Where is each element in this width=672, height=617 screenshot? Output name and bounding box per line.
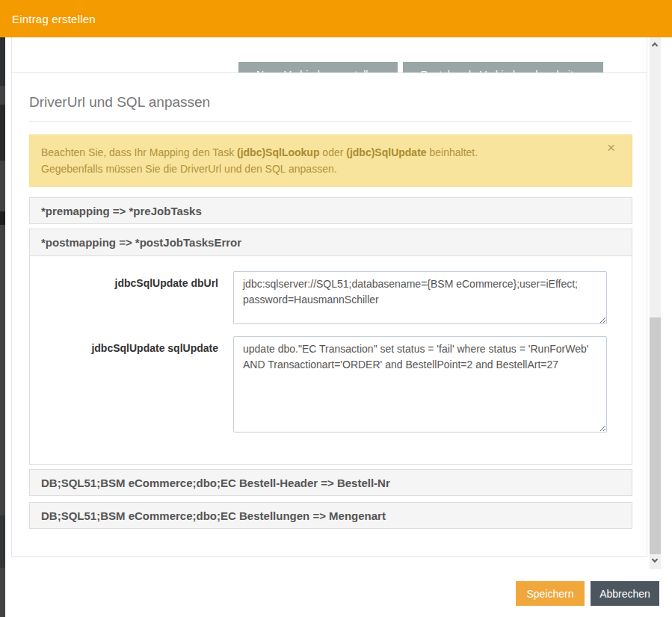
dburl-label: jdbcSqlUpdate dbUrl <box>30 271 233 324</box>
cancel-button[interactable]: Abbrechen <box>591 581 659 606</box>
background-segment <box>0 515 5 568</box>
page-background-strip <box>0 0 5 617</box>
modal-header: Eintrag erstellen <box>0 0 672 37</box>
accordion-postmapping-panel: *postmapping => *postJobTasksError jdbcS… <box>29 229 632 465</box>
section-divider <box>29 121 632 122</box>
alert-line-2: Gegebenfalls müssen Sie die DriverUrl un… <box>41 161 602 177</box>
background-segment <box>0 105 5 161</box>
modal-dialog: Eintrag erstellen Neue Verbindung erstel… <box>0 0 672 617</box>
sqlupdate-label: jdbcSqlUpdate sqlUpdate <box>30 336 233 432</box>
save-button[interactable]: Speichern <box>516 581 585 606</box>
alert-text: oder <box>319 146 346 158</box>
sqlupdate-textarea[interactable]: update dbo."EC Transaction" set status =… <box>233 336 607 432</box>
chevron-up-icon <box>652 43 658 49</box>
accordion-premapping[interactable]: *premapping => *preJobTasks <box>29 197 632 224</box>
warning-alert: × Beachten Sie, dass Ihr Mapping den Tas… <box>29 134 632 187</box>
section-content: DriverUrl und SQL anpassen × Beachten Si… <box>29 73 632 529</box>
background-segment <box>0 211 5 225</box>
alert-task-name: (jdbc)SqlLookup <box>237 146 319 158</box>
scrollbar-thumb[interactable] <box>650 317 661 556</box>
accordion-postmapping-body: jdbcSqlUpdate dbUrl jdbc:sqlserver://SQL… <box>30 256 632 464</box>
modal-scrollbar[interactable] <box>650 37 661 569</box>
accordion-bestellungen[interactable]: DB;SQL51;BSM eCommerce;dbo;EC Bestellung… <box>29 502 632 529</box>
scrollbar-down-button[interactable] <box>650 554 661 569</box>
modal-title: Eintrag erstellen <box>12 13 96 25</box>
dburl-textarea[interactable]: jdbc:sqlserver://SQL51;databasename={BSM… <box>233 271 607 324</box>
alert-text: beinhaltet. <box>427 146 478 158</box>
chevron-down-icon <box>652 556 658 562</box>
modal-body: Neue Verbindung erstellen Bestehende Ver… <box>5 37 661 569</box>
form-row-sqlupdate: jdbcSqlUpdate sqlUpdate update dbo."EC T… <box>30 336 632 432</box>
alert-line-1: Beachten Sie, dass Ihr Mapping den Task … <box>41 144 602 161</box>
driverurl-sql-panel: DriverUrl und SQL anpassen × Beachten Si… <box>11 72 647 557</box>
alert-task-name: (jdbc)SqlUpdate <box>346 146 426 158</box>
alert-close-icon[interactable]: × <box>607 140 615 155</box>
accordion-postmapping[interactable]: *postmapping => *postJobTasksError <box>30 229 632 256</box>
scrollbar-up-button[interactable] <box>650 37 661 52</box>
section-title: DriverUrl und SQL anpassen <box>29 94 632 111</box>
accordion-bestell-header[interactable]: DB;SQL51;BSM eCommerce;dbo;EC Bestell-He… <box>29 469 632 496</box>
alert-text: Beachten Sie, dass Ihr Mapping den Task <box>41 146 237 158</box>
form-row-dburl: jdbcSqlUpdate dbUrl jdbc:sqlserver://SQL… <box>30 271 632 324</box>
